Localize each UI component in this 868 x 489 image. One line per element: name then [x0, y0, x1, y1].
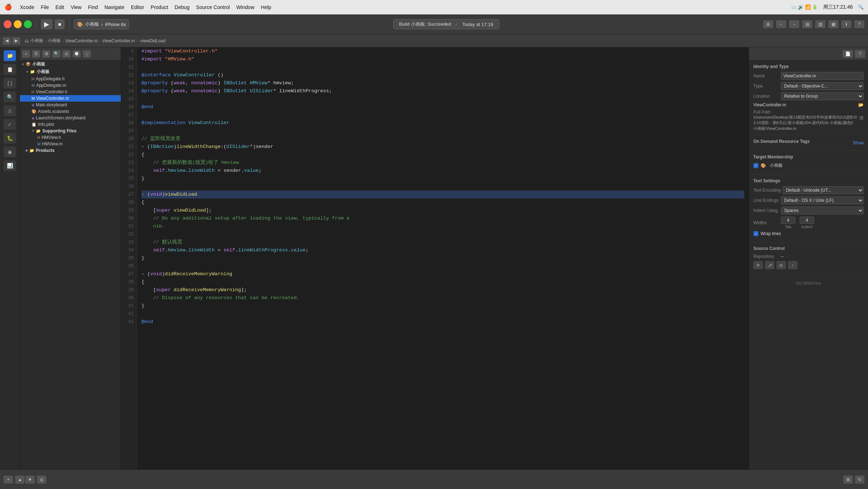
fullpath-icon[interactable]: ⊞ — [859, 115, 864, 120]
name-input[interactable] — [781, 72, 864, 80]
menu-help[interactable]: Help — [261, 4, 271, 10]
sidebar-filter-button[interactable]: ☰ — [32, 50, 40, 58]
window-close-button[interactable] — [4, 20, 12, 28]
tree-group-supporting-files[interactable]: ▼ 📁 Supporting Files — [20, 128, 121, 134]
encoding-select[interactable]: Default - Unicode (UT... — [783, 186, 864, 194]
location-select[interactable]: Relative to Group — [781, 92, 864, 100]
filter-button[interactable]: ◎ — [37, 476, 46, 484]
sidebar-scm-button[interactable]: ◎ — [63, 50, 71, 58]
mini-icon-find[interactable]: 🔍 — [4, 92, 16, 102]
sidebar-hierarchy-button[interactable]: ⊞ — [42, 50, 50, 58]
bottom-layout-btn-1[interactable]: ⊞ — [843, 476, 853, 484]
bottom-layout-btn-2[interactable]: ↻ — [855, 476, 864, 484]
tree-group-products[interactable]: ▶ 📁 Products — [20, 147, 121, 154]
build-time: Today at 17:18 — [462, 22, 493, 27]
toolbar-layout-icon-1[interactable]: ⊞ — [763, 20, 773, 28]
sidebar-add-button[interactable]: + — [22, 50, 30, 58]
menu-source-control[interactable]: Source Control — [196, 4, 230, 10]
sidebar-recent-button[interactable]: ⌚ — [73, 50, 81, 58]
menu-editor[interactable]: Editor — [131, 4, 144, 10]
tree-file-appdelegate-h[interactable]: H AppDelegate.h — [20, 76, 121, 82]
endings-row: Line Endings Default - OS X / Unix (LF) — [753, 196, 864, 204]
menu-edit[interactable]: Edit — [55, 4, 64, 10]
tree-file-hmview-m[interactable]: M HMView.m — [20, 141, 121, 147]
code-editor[interactable]: 9 10 11 12 13 14 15 16 17 18 19 20 21 22… — [121, 47, 749, 469]
menu-window[interactable]: Window — [236, 4, 254, 10]
mini-icon-reports[interactable]: 📊 — [4, 160, 16, 171]
toolbar-inspector-icon[interactable]: ℹ — [841, 20, 851, 28]
scheme-selector[interactable]: 🎨 小画板 › iPhone 6s — [74, 19, 129, 29]
indent-using-select[interactable]: Spaces — [781, 207, 864, 214]
breadcrumb-project[interactable]: 小画板 — [30, 38, 43, 44]
stop-button[interactable]: ■ — [55, 19, 65, 29]
tab-width-input[interactable] — [781, 217, 795, 224]
sidebar-search-button[interactable]: 🔍 — [52, 50, 60, 58]
sc-refresh-button[interactable]: ↻ — [753, 261, 763, 269]
mini-icon-file-nav[interactable]: 📁 — [4, 50, 16, 61]
mini-icon-debug[interactable]: 🐛 — [4, 133, 16, 144]
show-link[interactable]: Show — [853, 140, 864, 145]
m-icon-2: M — [31, 96, 35, 101]
menu-xcode[interactable]: Xcode — [20, 4, 34, 10]
add-file-button[interactable]: + — [4, 476, 13, 484]
tree-file-assets[interactable]: 🎨 Assets.xcassets — [20, 108, 121, 115]
menu-product[interactable]: Product — [151, 4, 168, 10]
h-icon-2: H — [31, 90, 34, 94]
tree-file-launchscreen[interactable]: ◈ LaunchScreen.storyboard — [20, 115, 121, 121]
next-issue-button[interactable]: ▼ — [25, 476, 35, 484]
mini-icon-issues[interactable]: ⚠ — [4, 105, 16, 116]
right-help-icon[interactable]: ? — [855, 50, 865, 58]
ln-38: 38 — [124, 278, 134, 286]
sc-commit-button[interactable]: ◎ — [776, 261, 786, 269]
code-line-35: } — [141, 254, 744, 262]
mini-icon-breakpoints[interactable]: ◉ — [4, 146, 16, 157]
toolbar-help-icon[interactable]: ? — [854, 20, 864, 28]
sc-push-button[interactable]: ↑ — [788, 261, 797, 269]
sidebar-sort-button[interactable]: ↕ — [83, 50, 91, 58]
window-maximize-button[interactable] — [24, 20, 32, 28]
type-select[interactable]: Default - Objective-C... — [781, 82, 864, 90]
target-checkbox[interactable]: ✓ — [753, 163, 758, 168]
source-control-section: Source Control Repository -- ↻ ⎇ ◎ ↑ — [749, 242, 868, 273]
nav-back-button[interactable]: ◀ — [3, 37, 11, 44]
breadcrumb-symbol[interactable]: ViewController.m — [102, 38, 135, 43]
mini-icon-source-control[interactable]: 📋 — [4, 64, 16, 75]
tree-file-appdelegate-m[interactable]: M AppDelegate.m — [20, 82, 121, 89]
breadcrumb-file[interactable]: ViewController.m — [65, 38, 98, 43]
tree-file-plist[interactable]: 📋 Info.plist — [20, 121, 121, 128]
tree-group-xiaohb[interactable]: ▼ 📁 小画板 — [20, 68, 121, 76]
menubar-search-icon[interactable]: 🔍 — [858, 4, 864, 10]
run-button[interactable]: ▶ — [41, 19, 52, 29]
breadcrumb-method[interactable]: -viewDidLoad — [139, 38, 166, 43]
tree-project-root[interactable]: ▼ 📦 小画板 — [20, 60, 121, 68]
apple-menu[interactable]: 🍎 — [4, 3, 12, 11]
menu-file[interactable]: File — [41, 4, 49, 10]
toolbar-forward-icon[interactable]: → — [789, 20, 799, 28]
endings-select[interactable]: Default - OS X / Unix (LF) — [781, 196, 864, 204]
code-content[interactable]: #import "ViewController.h" #import "HMVi… — [137, 47, 749, 469]
menu-debug[interactable]: Debug — [175, 4, 190, 10]
tree-file-hmview-h[interactable]: H HMView.h — [20, 134, 121, 141]
tree-file-viewcontroller-m[interactable]: M ViewController.m — [20, 95, 121, 102]
file-location-icon[interactable]: 📂 — [858, 102, 864, 107]
wrap-lines-checkbox[interactable]: ✓ — [753, 231, 758, 236]
prev-issue-button[interactable]: ▲ — [15, 476, 25, 484]
breadcrumb-folder[interactable]: 小画板 — [48, 38, 61, 44]
toolbar-layout-icon-3[interactable]: ▥ — [815, 20, 825, 28]
toolbar-layout-icon-2[interactable]: ▤ — [802, 20, 812, 28]
menu-view[interactable]: View — [71, 4, 81, 10]
nav-forward-button[interactable]: ▶ — [12, 37, 20, 44]
menu-find[interactable]: Find — [88, 4, 98, 10]
menu-navigate[interactable]: Navigate — [105, 4, 124, 10]
tree-file-main-storyboard[interactable]: ◈ Main.storyboard — [20, 102, 121, 108]
right-file-inspector-icon[interactable]: 📄 — [843, 50, 853, 58]
tree-file-viewcontroller-h[interactable]: H ViewController.h — [20, 89, 121, 95]
target-app-icon: 🎨 — [761, 163, 766, 168]
mini-icon-symbols[interactable]: { } — [4, 78, 16, 89]
window-minimize-button[interactable] — [14, 20, 22, 28]
toolbar-back-icon[interactable]: ← — [776, 20, 786, 28]
sc-branch-button[interactable]: ⎇ — [765, 261, 774, 269]
toolbar-layout-icon-4[interactable]: ▦ — [828, 20, 838, 28]
mini-icon-tests[interactable]: ✓ — [4, 119, 16, 130]
indent-width-input[interactable] — [800, 217, 814, 224]
